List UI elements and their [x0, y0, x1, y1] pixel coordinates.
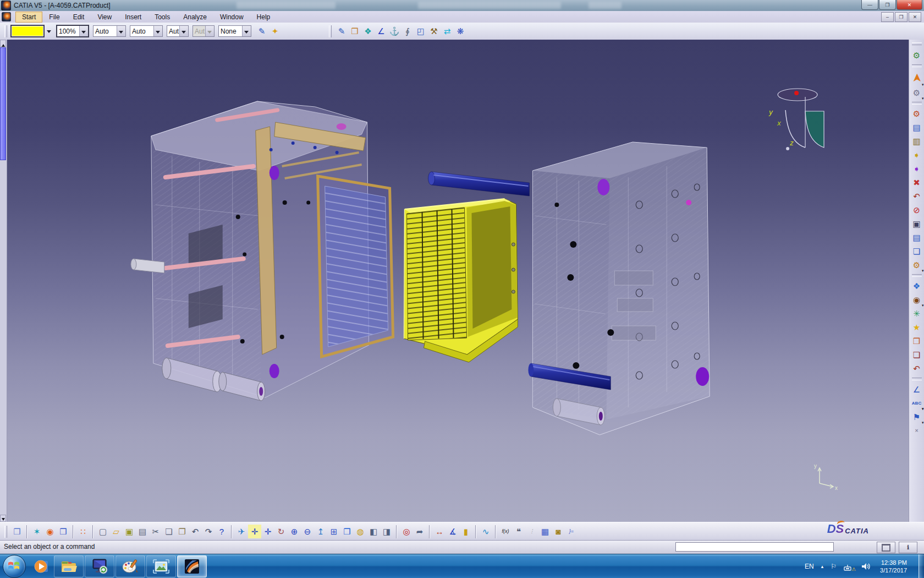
3d-viewport[interactable]: y x z y x — [7, 40, 909, 522]
dropdown-arrow-icon[interactable] — [117, 26, 125, 36]
tray-expand-icon[interactable]: ▴ — [821, 564, 824, 569]
frame-text-icon[interactable]: ▤ — [910, 231, 924, 244]
normal-view-icon[interactable]: ↥ — [314, 525, 327, 538]
iso-view-icon[interactable]: ❒ — [340, 525, 354, 538]
accelerator-icon[interactable]: ◎ — [400, 525, 413, 538]
measure-item-icon[interactable]: ∡ — [446, 525, 459, 538]
layer-dropdown[interactable]: None — [218, 25, 251, 37]
yellow-molded-part[interactable] — [404, 199, 518, 362]
view-compass[interactable]: y x z — [768, 89, 824, 150]
scroll-up-icon[interactable] — [0, 40, 6, 47]
dmu-box-icon[interactable]: ❒ — [348, 24, 361, 38]
scrollbar-thumb[interactable] — [0, 47, 6, 160]
color-swatch[interactable] — [10, 25, 45, 37]
link-manager-icon[interactable]: ∿ — [479, 525, 492, 538]
color-dropdown-arrow-icon[interactable] — [45, 25, 53, 37]
document-icon[interactable] — [2, 12, 11, 21]
delete-component-icon[interactable]: ✖ — [910, 176, 924, 189]
clock[interactable]: 12:38 PM 3/17/2017 — [880, 559, 907, 574]
text-annotation-icon[interactable]: ABC▾ — [910, 396, 924, 410]
catia-app-icon[interactable] — [1, 1, 11, 10]
snap-grid-icon[interactable]: ∷ — [76, 525, 90, 538]
copy-icon[interactable]: ❏ — [162, 525, 175, 538]
export-doc-icon[interactable]: ➧ — [910, 148, 924, 162]
explorer-button[interactable] — [54, 555, 84, 577]
undo-list-icon[interactable]: ↶ — [910, 362, 924, 375]
material-sphere-icon[interactable]: ◉ — [43, 525, 57, 538]
point-symbol-dropdown[interactable]: Aut — [167, 25, 189, 37]
catia-taskbar-button[interactable] — [177, 555, 207, 577]
attach-icon[interactable]: ∮ — [401, 24, 414, 38]
measure-between-icon[interactable]: ↔ — [433, 525, 446, 538]
workbench-icon[interactable]: ❒ — [10, 525, 24, 538]
undo-icon[interactable]: ↶ — [189, 525, 202, 538]
capture-icon[interactable]: ◰ — [414, 24, 427, 38]
opacity-dropdown[interactable]: 100% — [56, 25, 89, 37]
help-icon[interactable]: ? — [215, 525, 228, 538]
explode-icon[interactable]: ✳ — [910, 307, 924, 320]
quick-view-icon[interactable]: ⊞ — [327, 525, 340, 538]
menu-window[interactable]: Window — [213, 12, 250, 23]
close-button[interactable]: ✕ — [897, 0, 922, 10]
toggle-dots-icon[interactable]: ⋮ — [525, 525, 538, 538]
start-button[interactable] — [3, 555, 26, 578]
swap-visible-icon[interactable]: ⇄ — [441, 24, 454, 38]
show-desktop-button[interactable] — [919, 554, 924, 578]
wizard-icon[interactable]: ✦ — [268, 24, 282, 38]
volume-icon[interactable] — [861, 562, 871, 571]
zoom-out-icon[interactable]: ⊖ — [301, 525, 314, 538]
relations-icon[interactable]: }= — [565, 525, 578, 538]
menu-analyze[interactable]: Analyze — [177, 12, 213, 23]
sketch-tracer-icon[interactable]: ✎ — [335, 24, 348, 38]
clip-slice-icon[interactable]: ◨ — [380, 525, 393, 538]
select-arrow-icon[interactable]: ➤▾ — [910, 69, 924, 86]
flag-note-icon[interactable]: ⚑▾ — [910, 410, 924, 424]
child-restore-button[interactable]: ❐ — [895, 12, 908, 22]
toolbar-grip[interactable] — [329, 25, 332, 37]
redo-icon[interactable]: ↷ — [202, 525, 215, 538]
formula-icon[interactable]: f(x) — [499, 525, 512, 538]
render-style-icon[interactable]: ◍ — [354, 525, 367, 538]
left-mold-half[interactable] — [131, 101, 393, 401]
dropdown-arrow-icon[interactable] — [79, 26, 88, 36]
gear-select-icon[interactable]: ⚙▾ — [910, 86, 924, 100]
menu-view[interactable]: View — [91, 12, 118, 23]
rotate-icon[interactable]: ↻ — [274, 525, 288, 538]
media-player-button[interactable] — [31, 555, 53, 577]
toolbar-grip[interactable] — [912, 42, 922, 45]
expand-panel-button[interactable] — [877, 542, 895, 553]
open-icon[interactable]: ▱ — [109, 525, 123, 538]
info-button[interactable]: ℹ — [899, 542, 917, 553]
child-close-button[interactable]: ✕ — [909, 12, 921, 22]
vertical-scrollbar[interactable] — [0, 40, 7, 522]
fit-all-icon[interactable]: ✛ — [248, 525, 261, 538]
fly-mode-icon[interactable]: ✈ — [235, 525, 248, 538]
hardware-icon[interactable]: ⚒ — [427, 24, 441, 38]
lock-icon[interactable]: ◙ — [552, 525, 565, 538]
pan-icon[interactable]: ✛ — [261, 525, 274, 538]
mold-assembly-model[interactable]: y x z y x — [7, 40, 909, 522]
menu-insert[interactable]: Insert — [118, 12, 148, 23]
menu-file[interactable]: File — [42, 12, 66, 23]
dropdown-arrow-icon[interactable] — [153, 26, 162, 36]
anchor-icon[interactable]: ⚓ — [388, 24, 401, 38]
constraint-axis-icon[interactable]: ∠ — [910, 383, 924, 396]
blue-guide-rod[interactable] — [428, 172, 530, 196]
new-document-icon[interactable]: ▢ — [96, 525, 109, 538]
remote-desktop-button[interactable] — [85, 555, 114, 577]
thickness-dropdown[interactable]: Auto — [130, 25, 163, 37]
instance-count-icon[interactable]: ⚙▾ — [910, 258, 924, 272]
restore-button[interactable]: ❐ — [879, 0, 896, 10]
comment-icon[interactable]: ❝ — [512, 525, 525, 538]
command-input[interactable] — [675, 542, 834, 552]
menu-tools[interactable]: Tools — [148, 12, 177, 23]
print-icon[interactable]: ▤ — [136, 525, 149, 538]
protractor-icon[interactable]: ∠ — [375, 24, 388, 38]
manipulate-icon[interactable]: ❒ — [910, 334, 924, 348]
design-table-icon[interactable]: ▦ — [538, 525, 552, 538]
doc-open-gear-icon[interactable]: ▤ — [910, 121, 924, 134]
dropdown-arrow-icon[interactable] — [205, 26, 214, 36]
catalog-icon[interactable]: ❖ — [910, 279, 924, 293]
quick-print-icon[interactable]: ➦ — [413, 525, 426, 538]
photo-viewer-button[interactable] — [146, 555, 176, 577]
